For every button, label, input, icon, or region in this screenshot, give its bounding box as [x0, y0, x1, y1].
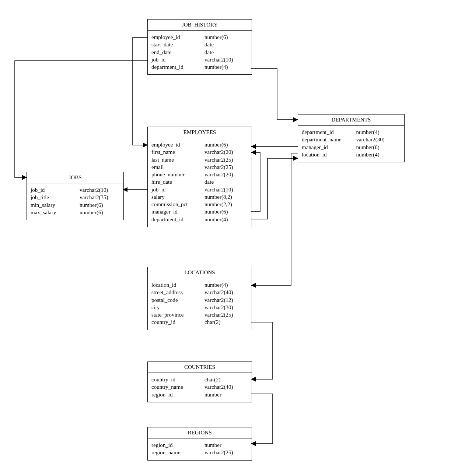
field-type: number(6)	[80, 209, 120, 216]
field-row: department_namevarchar2(30)	[302, 136, 401, 143]
field-type: number(6)	[204, 141, 248, 148]
field-type: number	[204, 391, 248, 398]
rel-countries-regions	[251, 394, 273, 444]
field-type: char(2)	[204, 376, 248, 383]
field-type: number	[204, 441, 248, 449]
rel-jobhistory-jobs	[15, 61, 147, 177]
field-name: city	[151, 304, 204, 311]
rel-employees-departments	[251, 158, 298, 219]
field-name: max_salary	[31, 209, 80, 216]
field-type: char(2)	[204, 318, 248, 326]
field-type: varchar2(25)	[204, 156, 248, 163]
field-row: salarynumber(8,2)	[151, 193, 248, 201]
field-row: first_namevarchar2(20)	[151, 148, 248, 156]
field-row: job_idvarchar2(10)	[151, 186, 248, 193]
field-row: end_datedate	[151, 49, 248, 56]
field-name: region_id	[151, 391, 204, 398]
field-type: number(4)	[356, 151, 401, 158]
field-row: street_addressvarchar2(40)	[151, 289, 248, 296]
field-row: emailvarchar2(25)	[151, 163, 248, 171]
field-row: department_idnumber(4)	[151, 63, 248, 71]
field-row: hire_datedate	[151, 178, 248, 186]
entity-locations: LOCATIONS location_idnumber(4) street_ad…	[147, 267, 252, 330]
field-row: manager_idnumber(6)	[151, 208, 248, 215]
rel-locations-countries	[251, 322, 273, 379]
field-row: cityvarchar2(30)	[151, 304, 248, 311]
field-row: region_idnumber	[151, 391, 248, 398]
entity-body: region_idnumber region_namevarchar2(25)	[148, 438, 252, 460]
field-type: number(4)	[204, 216, 248, 223]
entity-body: employee_idnumber(6) first_namevarchar2(…	[148, 138, 252, 227]
field-row: location_idnumber(4)	[302, 151, 401, 158]
field-name: last_name	[151, 156, 204, 163]
field-type: varchar2(25)	[204, 163, 248, 171]
entity-body: employee_idnumber(6) start_datedate end_…	[148, 31, 252, 74]
field-name: hire_date	[151, 178, 204, 186]
field-row: min_salarynumber(6)	[31, 201, 120, 209]
field-row: country_idchar(2)	[151, 318, 248, 326]
field-name: region_name	[151, 449, 204, 456]
field-type: date	[204, 178, 248, 186]
entity-body: job_idvarchar2(10) job_titlevarchar2(35)…	[27, 183, 123, 220]
field-name: country_id	[151, 318, 204, 326]
entity-title: EMPLOYEES	[148, 127, 252, 138]
field-name: salary	[151, 193, 204, 201]
field-name: region_id	[151, 441, 204, 449]
field-name: street_address	[151, 289, 204, 296]
rel-jobhistory-departments	[251, 68, 298, 120]
field-name: job_id	[151, 186, 204, 193]
entity-body: country_idchar(2) country_namevarchar2(4…	[148, 373, 252, 402]
field-name: email	[151, 163, 204, 171]
field-row: max_salarynumber(6)	[31, 209, 120, 216]
entity-title: LOCATIONS	[148, 267, 252, 278]
field-row: job_idvarchar2(10)	[31, 186, 120, 194]
field-row: location_idnumber(4)	[151, 281, 248, 289]
field-type: number(6)	[204, 34, 248, 41]
field-type: varchar2(35)	[80, 194, 120, 201]
field-name: job_title	[31, 194, 80, 201]
field-name: start_date	[151, 41, 204, 48]
rel-employees-self	[251, 152, 260, 212]
entity-title: REGIONS	[148, 427, 252, 438]
entity-title: COUNTRIES	[148, 362, 252, 373]
field-name: manager_id	[151, 208, 204, 215]
field-name: employee_id	[151, 34, 204, 41]
entity-title: JOB_HISTORY	[148, 20, 252, 31]
field-type: number(4)	[356, 128, 401, 136]
field-name: country_id	[151, 376, 204, 383]
field-row: commission_pctnumber(2,2)	[151, 201, 248, 208]
field-row: postal_codevarchar2(12)	[151, 296, 248, 304]
field-row: last_namevarchar2(25)	[151, 156, 248, 163]
field-type: varchar2(25)	[204, 449, 248, 456]
field-row: country_namevarchar2(40)	[151, 383, 248, 391]
entity-body: location_idnumber(4) street_addressvarch…	[148, 278, 252, 330]
field-type: number(6)	[204, 208, 248, 215]
field-name: location_id	[302, 151, 356, 158]
field-type: number(6)	[80, 201, 120, 209]
rel-jobhistory-employees	[133, 38, 147, 145]
field-name: commission_pct	[151, 201, 204, 208]
entity-title: JOBS	[27, 172, 123, 183]
entity-jobs: JOBS job_idvarchar2(10) job_titlevarchar…	[27, 172, 124, 220]
field-type: varchar2(25)	[204, 311, 248, 318]
field-type: varchar2(40)	[204, 289, 248, 296]
field-row: region_namevarchar2(25)	[151, 449, 248, 456]
field-row: manager_idnumber(6)	[302, 144, 401, 151]
entity-countries: COUNTRIES country_idchar(2) country_name…	[147, 362, 252, 402]
field-name: job_id	[31, 186, 80, 194]
field-name: manager_id	[302, 144, 356, 151]
field-name: min_salary	[31, 201, 80, 209]
field-name: department_id	[151, 63, 204, 71]
field-type: number(4)	[204, 63, 248, 71]
field-type: varchar2(40)	[204, 383, 248, 391]
field-name: first_name	[151, 148, 204, 156]
field-name: phone_number	[151, 171, 204, 178]
entity-body: department_idnumber(4) department_nameva…	[298, 126, 404, 162]
field-name: location_id	[151, 281, 204, 289]
field-type: varchar2(10)	[80, 186, 120, 194]
field-type: date	[204, 41, 248, 48]
field-type: number(8,2)	[204, 193, 248, 201]
entity-regions: REGIONS region_idnumber region_namevarch…	[147, 427, 252, 461]
field-type: varchar2(30)	[204, 304, 248, 311]
field-type: date	[204, 49, 248, 56]
